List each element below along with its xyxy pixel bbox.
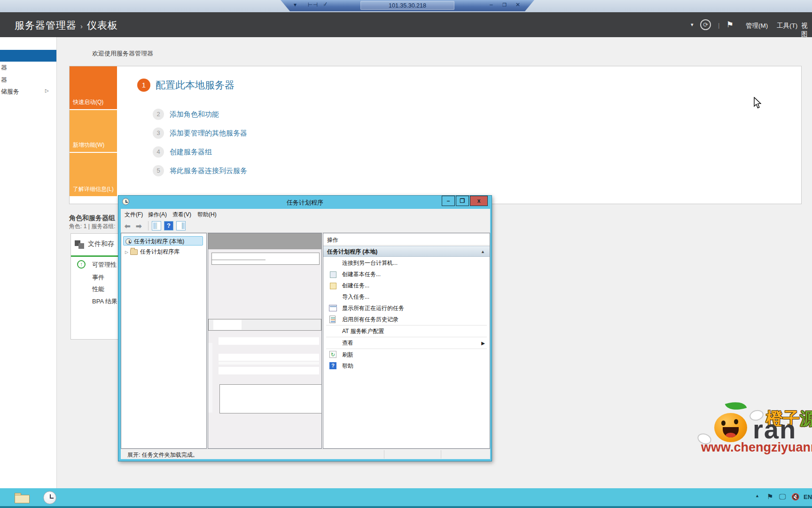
- rdp-connection-bar[interactable]: ▾ ⊢⊣ ᵢ𝓁 101.35.30.218 – ❐ ✕: [281, 0, 534, 11]
- action-create-basic-task[interactable]: 创建基本任务...: [323, 269, 490, 280]
- task-scheduler-menubar: 文件(F) 操作(A) 查看(V) 帮助(H): [121, 209, 490, 219]
- server-manager-header: 服务器管理器›仪表板 ▾ ⟳ | ⚑ 管理(M) 工具(T) 视图: [0, 12, 812, 37]
- app-title: 服务器管理器: [15, 20, 77, 31]
- flag-icon[interactable]: ⚑: [726, 20, 734, 30]
- action-refresh[interactable]: ↻ 刷新: [323, 349, 490, 360]
- tree-item-task-scheduler-local[interactable]: 任务计划程序 (本地): [123, 236, 203, 246]
- forward-icon[interactable]: ➡: [136, 222, 142, 230]
- menu-view[interactable]: 查看(V): [172, 211, 191, 219]
- minimize-button[interactable]: –: [442, 196, 455, 206]
- tile-row-events[interactable]: 事件: [92, 273, 104, 282]
- quick-start-block[interactable]: 快速启动(Q): [70, 66, 117, 109]
- rdp-minimize-button[interactable]: –: [490, 1, 493, 8]
- tree-expand-icon[interactable]: ▷: [125, 250, 128, 254]
- summary-bar: [219, 362, 319, 365]
- actions-section-header[interactable]: 任务计划程序 (本地) ▲: [323, 246, 490, 257]
- sidebar-item-file-storage[interactable]: 储服务: [1, 87, 19, 96]
- step-5-link[interactable]: 将此服务器连接到云服务: [170, 167, 247, 175]
- tile-row-manageability[interactable]: 可管理性: [92, 261, 117, 269]
- watermark-url: www.chengziyuann: [701, 440, 812, 455]
- header-divider: |: [718, 22, 720, 29]
- menu-file[interactable]: 文件(F): [125, 211, 143, 219]
- tile-row-bpa[interactable]: BPA 结果: [92, 297, 117, 306]
- step-2-link[interactable]: 添加角色和功能: [170, 110, 219, 119]
- close-button[interactable]: x: [470, 196, 488, 206]
- sidebar-item-dashboard[interactable]: [0, 50, 57, 62]
- action-enable-task-history[interactable]: 启用所有任务历史记录: [323, 314, 490, 325]
- learn-more-label: 了解详细信息(L): [73, 185, 114, 193]
- action-create-task[interactable]: 创建任务...: [323, 280, 490, 291]
- menu-help[interactable]: 帮助(H): [197, 211, 217, 219]
- sidebar-nav: 器 器 储服务 ▷: [0, 37, 57, 488]
- task-scheduler-window: 任务计划程序 – ❐ x 文件(F) 操作(A) 查看(V) 帮助(H) ⬅ ➡…: [118, 195, 492, 461]
- action-pane-icon[interactable]: [176, 221, 186, 230]
- tray-volume-muted-icon[interactable]: 🔇: [791, 493, 799, 500]
- rdp-signal-icon: ᵢ𝓁: [324, 1, 326, 7]
- action-at-service-config[interactable]: AT 服务帐户配置: [323, 326, 490, 337]
- rdp-caret-icon[interactable]: ▾: [294, 1, 297, 8]
- tile-row-performance[interactable]: 性能: [92, 285, 104, 294]
- notifications-caret-icon[interactable]: ▾: [691, 22, 694, 28]
- action-connect-computer[interactable]: 连接到另一台计算机...: [323, 258, 490, 269]
- refresh-icon[interactable]: ⟳: [700, 19, 711, 30]
- tray-network-icon[interactable]: 🖵: [779, 492, 786, 501]
- tree-item-task-scheduler-library[interactable]: ▷任务计划程序库: [123, 247, 180, 256]
- menu-tools[interactable]: 工具(T): [777, 22, 797, 30]
- back-icon[interactable]: ⬅: [125, 222, 131, 230]
- actions-header-divider: [323, 245, 490, 246]
- file-explorer-icon[interactable]: [15, 492, 31, 504]
- summary-strip: [208, 343, 212, 413]
- summary-cell-row: [208, 319, 321, 331]
- whats-new-block[interactable]: 新增功能(W): [70, 110, 117, 152]
- console-tree-icon[interactable]: [152, 221, 161, 230]
- sidebar-item-local-server[interactable]: 器: [1, 64, 7, 72]
- task-scheduler-taskbar-icon[interactable]: [43, 491, 56, 504]
- help-icon[interactable]: ?: [164, 221, 173, 230]
- welcome-heading: 欢迎使用服务器管理器: [92, 49, 153, 58]
- console-tree-pane: 任务计划程序 (本地) ▷任务计划程序库: [121, 233, 207, 449]
- action-import-task[interactable]: 导入任务...: [323, 292, 490, 302]
- watermark-orange-face: [714, 413, 747, 442]
- action-view[interactable]: 查看 ▶: [323, 338, 490, 349]
- rdp-pin-icon[interactable]: ⊢⊣: [308, 1, 318, 8]
- summary-loading-line: [211, 260, 265, 260]
- tray-flag-icon[interactable]: ⚑: [767, 492, 773, 501]
- tray-caret-icon[interactable]: ▲: [755, 493, 759, 498]
- step-1-link[interactable]: 配置此本地服务器: [156, 79, 234, 92]
- menu-manage[interactable]: 管理(M): [746, 22, 768, 30]
- create-task-icon: [330, 283, 336, 289]
- summary-bar: [219, 354, 319, 361]
- breadcrumb-page: 仪表板: [87, 20, 118, 31]
- collapse-icon[interactable]: ▲: [481, 246, 485, 257]
- menu-action[interactable]: 操作(A): [148, 211, 167, 219]
- learn-more-block[interactable]: 了解详细信息(L): [70, 153, 117, 196]
- sidebar-expand-icon[interactable]: ▷: [45, 88, 49, 93]
- step-2-badge: 2: [153, 109, 164, 120]
- task-scheduler-titlebar[interactable]: 任务计划程序 – ❐ x: [118, 196, 492, 209]
- action-help[interactable]: ? 帮助: [323, 361, 490, 372]
- file-storage-tile[interactable]: 文件和存 ↑ 可管理性 事件 性能 BPA 结果: [70, 233, 118, 340]
- page-title: 服务器管理器›仪表板: [15, 19, 118, 32]
- step-3-badge: 3: [153, 127, 164, 139]
- menu-view[interactable]: 视图: [801, 22, 812, 39]
- step-4-link[interactable]: 创建服务器组: [170, 148, 212, 157]
- roles-heading: 角色和服务器组: [69, 214, 115, 222]
- action-show-running-tasks[interactable]: 显示所有正在运行的任务: [323, 303, 490, 314]
- status-text: 展开: 任务文件夹加载完成。: [127, 451, 198, 459]
- summary-loading-box: [211, 253, 320, 265]
- tray-language[interactable]: EN: [804, 493, 812, 500]
- rdp-close-button[interactable]: ✕: [515, 1, 520, 8]
- rdp-restore-button[interactable]: ❐: [502, 2, 507, 8]
- step-3-link[interactable]: 添加要管理的其他服务器: [170, 129, 247, 138]
- taskbar: ▲ ⚑ 🖵 🔇 EN: [0, 488, 812, 508]
- summary-pane: [208, 233, 322, 449]
- sidebar-item-all-servers[interactable]: 器: [1, 76, 7, 84]
- maximize-button[interactable]: ❐: [456, 196, 469, 206]
- welcome-tile: 快速启动(Q) 新增功能(W) 了解详细信息(L) 1 配置此本地服务器 2 添…: [69, 66, 802, 204]
- window-title: 任务计划程序: [118, 198, 492, 207]
- step-1-badge: 1: [137, 79, 150, 92]
- submenu-icon: ▶: [481, 338, 485, 349]
- clock-icon: [125, 238, 132, 245]
- summary-bar: [219, 337, 319, 345]
- servers-icon-2: [78, 243, 84, 249]
